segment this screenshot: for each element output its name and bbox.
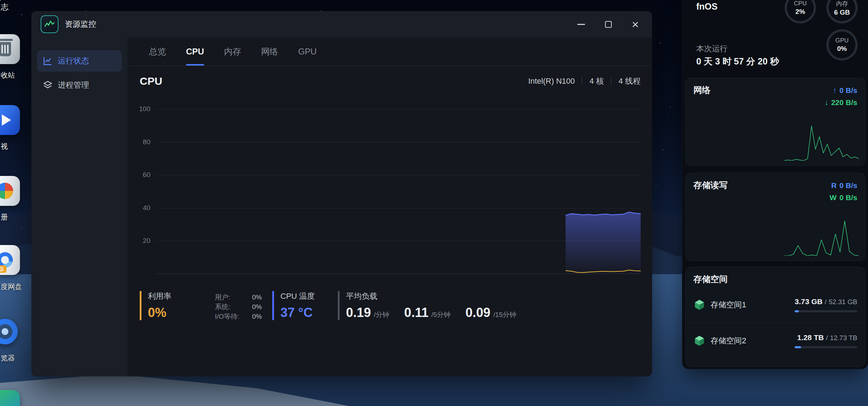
temperature-value: 37 °C (280, 305, 315, 320)
cpu-temperature-block: CPU 温度 37 °C (272, 291, 315, 320)
baidu-netdisk-icon[interactable]: 牛版 (0, 245, 20, 275)
play-icon (2, 114, 11, 126)
sidebar-item-process-management[interactable]: 进程管理 (37, 74, 122, 96)
y-tick: 100 (139, 105, 150, 113)
y-tick: 40 (143, 204, 150, 212)
gauge-label: GPU (836, 37, 849, 44)
maximize-icon (605, 21, 612, 28)
pinwheel-icon (0, 183, 13, 199)
load-15min-unit: /15分钟 (493, 311, 516, 318)
netdisk-badge: 牛版 (0, 265, 6, 273)
browser-icon[interactable] (0, 317, 20, 347)
io-wait-value: 0% (252, 312, 262, 321)
window-titlebar[interactable]: 资源监控 × (31, 11, 652, 37)
gauge-label: 内存 (836, 0, 848, 8)
minimize-icon (577, 24, 585, 25)
partial-bottom-icon[interactable] (0, 390, 20, 406)
fnos-title: fnOS (696, 1, 718, 12)
tab-gpu[interactable]: GPU (298, 37, 317, 66)
volume-progress-fill (795, 310, 799, 312)
volume-cube-icon (693, 335, 706, 347)
cpu-usage-plot: 100 80 60 40 20 (156, 109, 641, 274)
uptime-label: 本次运行 (696, 43, 728, 54)
tab-memory[interactable]: 内存 (224, 37, 241, 66)
window-title: 资源监控 (65, 19, 96, 30)
photos-app-icon[interactable] (0, 176, 20, 206)
network-card-title: 网络 (693, 84, 711, 96)
read-value: 0 B/s (839, 179, 857, 192)
load-1min-unit: /分钟 (374, 311, 389, 318)
volume-cube-icon (693, 299, 706, 311)
upload-icon: ↑ (833, 84, 837, 97)
network-sparkline (693, 121, 859, 161)
window-content: 总览 CPU 内存 网络 GPU CPU Intel(R) N100 4 核 4… (128, 37, 652, 376)
divider (611, 77, 611, 85)
tabbar: 总览 CPU 内存 网络 GPU (128, 37, 652, 66)
stars (0, 0, 1, 1)
browser-ring-glyph (0, 319, 18, 344)
video-app-icon[interactable] (0, 105, 20, 135)
y-tick: 60 (143, 171, 150, 179)
download-icon: ↓ (825, 97, 828, 109)
io-wait-label: I/O等待: (215, 312, 239, 321)
window-controls: × (573, 16, 652, 32)
system-overview-panel: fnOS CPU2% 内存6 GB GPU0% 本次运行 0 天 3 时 57 … (682, 0, 868, 369)
load-5min-value: 0.11 (404, 305, 428, 320)
gauge-value: 6 GB (834, 9, 850, 16)
tab-overview[interactable]: 总览 (149, 37, 166, 66)
sidebar-item-label: 进程管理 (58, 80, 89, 90)
y-tick: 80 (143, 138, 150, 146)
write-prefix: W (830, 192, 837, 204)
volume-total: 12.73 TB (830, 334, 857, 342)
user-label: 用户: (215, 292, 230, 302)
separator: / (825, 298, 826, 306)
recycle-bin-icon[interactable] (0, 34, 20, 64)
load-5min: 0.11/5分钟 (404, 305, 450, 320)
storage-volume-row-1[interactable]: 存储空间1 3.73 GB/52.31 GB (686, 287, 865, 323)
network-stats: ↑0 B/s ↓220 B/s (825, 84, 857, 109)
window-sidebar: 运行状态 进程管理 (31, 37, 128, 376)
system-label: 系统: (215, 302, 230, 312)
divider (582, 77, 582, 85)
browser-label: 览器 (1, 353, 33, 363)
load-15min: 0.09/15分钟 (465, 305, 516, 320)
gauge-label: CPU (794, 0, 807, 7)
load-1min: 0.19/分钟 (346, 305, 389, 320)
cpu-usage-chart (156, 109, 641, 274)
uptime-value: 0 天 3 时 57 分 20 秒 (696, 56, 779, 67)
close-button[interactable]: × (627, 16, 644, 32)
storage-space-card-title: 存储空间 (693, 274, 728, 285)
download-value: 220 B/s (831, 97, 857, 109)
tab-cpu[interactable]: CPU (186, 37, 204, 66)
load-average-label: 平均负载 (346, 291, 516, 302)
load-average-block: 平均负载 0.19/分钟 0.11/5分钟 0.09/15分钟 (338, 291, 516, 320)
volume-progress-track (795, 310, 857, 312)
bin-glyph (0, 42, 11, 56)
load-average-values: 0.19/分钟 0.11/5分钟 0.09/15分钟 (346, 305, 516, 320)
y-tick: 20 (143, 237, 150, 245)
load-15min-value: 0.09 (465, 305, 490, 320)
sidebar-item-running-status[interactable]: 运行状态 (37, 50, 122, 72)
cpu-threads: 4 线程 (619, 76, 641, 87)
tab-network[interactable]: 网络 (261, 37, 278, 66)
gauge-value: 0% (837, 45, 847, 53)
maximize-button[interactable] (600, 16, 616, 32)
cpu-heading: CPU (140, 75, 162, 87)
close-icon: × (632, 18, 639, 30)
volume-name: 存储空间1 (711, 300, 746, 310)
write-value: 0 B/s (839, 192, 857, 204)
storage-space-card: 存储空间 存储空间1 3.73 GB/52.31 GB 存储空间2 1.28 T… (685, 267, 866, 367)
load-5min-unit: /5分钟 (431, 311, 450, 318)
photos-app-label: 册 (1, 212, 33, 222)
volume-used: 3.73 GB (795, 297, 822, 306)
storage-io-sparkline (693, 216, 859, 256)
load-1min-value: 0.19 (346, 305, 371, 320)
cpu-section-header: CPU Intel(R) N100 4 核 4 线程 (140, 75, 641, 87)
minimize-button[interactable] (573, 16, 589, 32)
user-value: 0% (252, 292, 262, 302)
gpu-gauge: GPU0% (826, 29, 858, 61)
utilization-label: 利用率 (148, 291, 171, 302)
volume-used: 1.28 TB (797, 333, 824, 342)
utilization-block: 利用率 0% (140, 291, 171, 320)
storage-volume-row-2[interactable]: 存储空间2 1.28 TB/12.73 TB (686, 323, 865, 358)
